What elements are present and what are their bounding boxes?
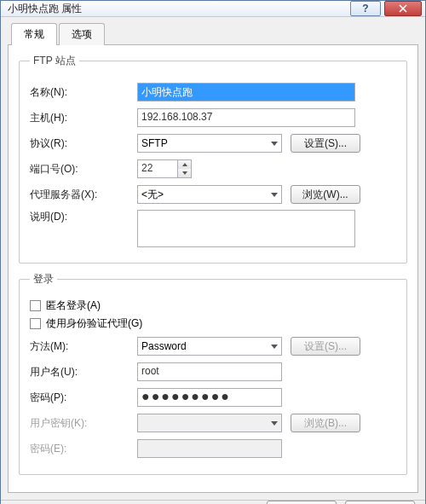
method-combo[interactable]: Password	[137, 337, 282, 356]
name-input[interactable]: 小明快点跑	[137, 83, 355, 101]
authagent-label: 使用身份验证代理(G)	[46, 316, 142, 331]
userkey-combo	[137, 414, 282, 432]
spin-buttons[interactable]	[178, 159, 192, 178]
host-label: 主机(H):	[30, 111, 137, 125]
tab-panel-general: FTP 站点 名称(N): 小明快点跑 主机(H): 192.168.108.3…	[8, 44, 418, 493]
chevron-down-icon	[271, 142, 278, 146]
method-value: Password	[141, 340, 187, 352]
close-button[interactable]	[384, 1, 422, 16]
spin-down-button[interactable]	[178, 169, 191, 177]
window-title: 小明快点跑 属性	[8, 2, 347, 16]
cancel-button[interactable]: 取消	[345, 501, 415, 504]
name-label: 名称(N):	[30, 85, 137, 100]
userkey-label: 用户密钥(K):	[30, 416, 137, 431]
checkbox-box-icon	[30, 300, 41, 311]
passphrase-input	[137, 439, 282, 458]
protocol-combo[interactable]: SFTP	[137, 134, 282, 153]
group-login: 登录 匿名登录(A) 使用身份验证代理(G) 方法(M): Password	[19, 272, 407, 475]
chevron-down-icon	[271, 345, 278, 349]
proxy-combo[interactable]: <无>	[137, 185, 282, 204]
method-settings-button: 设置(S)...	[291, 337, 360, 356]
description-label: 说明(D):	[30, 210, 137, 224]
passphrase-label: 密码(E):	[30, 442, 137, 456]
ok-button[interactable]: 确定	[267, 501, 337, 504]
userkey-browse-button: 浏览(B)...	[291, 414, 360, 432]
tab-strip: 常规 选项	[11, 22, 418, 44]
tab-options[interactable]: 选项	[59, 23, 105, 45]
port-spinner[interactable]: 22	[137, 159, 192, 178]
chevron-down-icon	[271, 421, 278, 426]
group-login-legend: 登录	[30, 272, 57, 287]
authagent-checkbox[interactable]: 使用身份验证代理(G)	[30, 316, 396, 331]
titlebar: 小明快点跑 属性 ?	[1, 1, 425, 17]
group-ftp-site: FTP 站点 名称(N): 小明快点跑 主机(H): 192.168.108.3…	[19, 54, 407, 264]
protocol-value: SFTP	[141, 137, 168, 149]
password-label: 密码(P):	[30, 391, 137, 405]
host-input[interactable]: 192.168.108.37	[137, 108, 355, 127]
proxy-browse-button[interactable]: 浏览(W)...	[291, 185, 360, 204]
proxy-value: <无>	[141, 188, 164, 202]
caret-up-icon	[182, 163, 187, 166]
username-input[interactable]: root	[137, 362, 282, 381]
chevron-down-icon	[271, 193, 278, 197]
port-input[interactable]: 22	[137, 159, 178, 178]
port-label: 端口号(O):	[30, 162, 137, 177]
tab-general[interactable]: 常规	[11, 23, 57, 45]
caret-down-icon	[182, 171, 187, 175]
username-label: 用户名(U):	[30, 365, 137, 379]
group-ftp-legend: FTP 站点	[30, 54, 79, 68]
protocol-settings-button[interactable]: 设置(S)...	[291, 134, 360, 153]
dialog-window: 小明快点跑 属性 ? 常规 选项 FTP 站点 名称(N): 小明快点跑 主机(…	[0, 0, 426, 504]
anonymous-checkbox[interactable]: 匿名登录(A)	[30, 298, 396, 313]
method-label: 方法(M):	[30, 339, 137, 354]
client-area: 常规 选项 FTP 站点 名称(N): 小明快点跑 主机(H): 192.168…	[1, 17, 425, 500]
description-textarea[interactable]	[137, 210, 355, 247]
help-button[interactable]: ?	[350, 1, 381, 16]
anonymous-label: 匿名登录(A)	[46, 298, 101, 313]
password-input[interactable]: ●●●●●●●●●	[137, 388, 282, 407]
protocol-label: 协议(R):	[30, 136, 137, 151]
proxy-label: 代理服务器(X):	[30, 188, 137, 202]
checkbox-box-icon	[30, 318, 41, 329]
dialog-footer: 确定 取消	[1, 500, 425, 504]
close-icon	[399, 4, 407, 13]
spin-up-button[interactable]	[178, 160, 191, 169]
